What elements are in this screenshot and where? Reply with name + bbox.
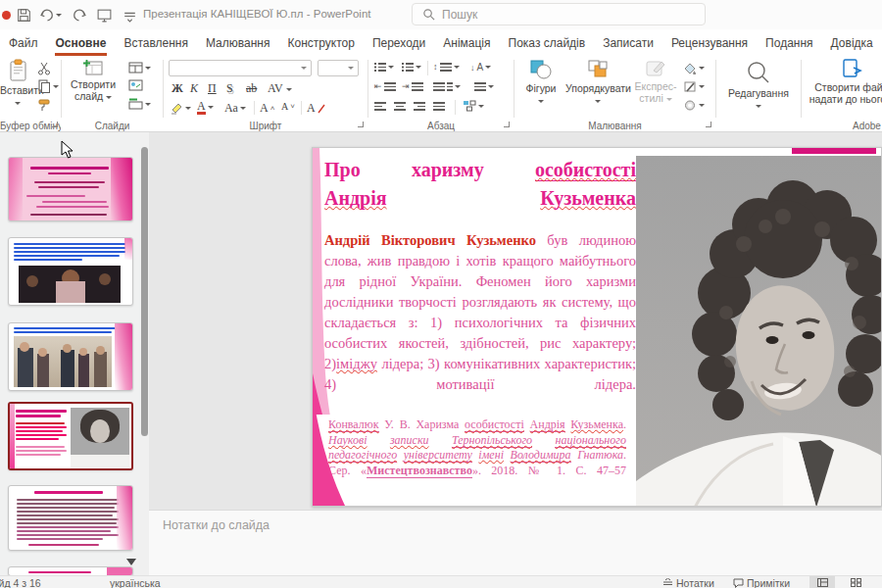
tab-insert[interactable]: Вставлення xyxy=(115,29,197,56)
text-direction-button[interactable] xyxy=(474,81,494,91)
layout-caret xyxy=(145,67,151,70)
slide-layout-button[interactable] xyxy=(128,62,151,74)
section-button[interactable] xyxy=(128,98,151,110)
drawing-dialog-launcher-icon[interactable] xyxy=(706,122,713,129)
numbering-button[interactable] xyxy=(402,62,421,72)
tab-record[interactable]: Записати xyxy=(594,29,662,56)
slide-citation[interactable]: Конвалюк У. В. Харизма особистості Андрі… xyxy=(315,415,632,507)
shapes-caret xyxy=(538,100,544,103)
shapes-button[interactable]: Фігури xyxy=(518,59,564,106)
bold-button[interactable]: Ж xyxy=(172,81,183,96)
italic-button[interactable]: К xyxy=(190,81,198,96)
grow-font-button[interactable]: А˄ xyxy=(260,101,274,116)
tab-draw[interactable]: Малювання xyxy=(197,29,278,56)
tab-review[interactable]: Рецензування xyxy=(662,29,757,56)
tab-animations[interactable]: Анімація xyxy=(434,29,499,56)
arrange-label: Упорядкувати xyxy=(565,82,630,94)
change-case-button[interactable]: Аа xyxy=(224,101,246,116)
line-spacing-button[interactable]: ↕ xyxy=(433,62,460,72)
tab-view[interactable]: Подання xyxy=(757,29,821,56)
convert-smartart-button[interactable] xyxy=(463,100,484,112)
copy-button[interactable] xyxy=(37,79,59,93)
paragraph-dialog-launcher-icon[interactable] xyxy=(504,122,512,129)
start-slideshow-button[interactable] xyxy=(96,7,113,24)
slide-thumbnail-2[interactable] xyxy=(8,237,133,306)
numbering-caret xyxy=(416,66,421,69)
columns-button[interactable] xyxy=(433,81,461,91)
quick-styles-label-2: стилі xyxy=(639,92,662,104)
tab-transitions[interactable]: Переходи xyxy=(364,29,434,56)
slide-thumbnail-1[interactable] xyxy=(8,157,133,221)
scroll-down-arrow-icon[interactable] xyxy=(126,559,136,565)
tab-design[interactable]: Конструктор xyxy=(278,29,363,56)
shape-fill-button[interactable] xyxy=(683,62,705,74)
new-slide-icon xyxy=(82,59,104,76)
group-drawing: Фігури Упорядкувати Експрес- стилі xyxy=(514,56,715,132)
underline-button[interactable]: П xyxy=(208,81,217,96)
slide-thumbnail-3[interactable] xyxy=(8,322,133,391)
clear-formatting-button[interactable]: А xyxy=(307,101,325,116)
font-size-combo[interactable] xyxy=(318,60,359,76)
save-button[interactable] xyxy=(16,7,32,24)
paste-button[interactable]: Вставити xyxy=(0,59,35,108)
thumbnail-scrollbar-thumb[interactable] xyxy=(141,147,148,436)
portrait-photo[interactable] xyxy=(636,156,882,507)
shrink-font-button[interactable]: А˅ xyxy=(281,101,295,112)
find-icon xyxy=(746,60,771,85)
tab-slideshow[interactable]: Показ слайдів xyxy=(500,29,595,56)
slide-thumbnail-5[interactable] xyxy=(8,485,133,551)
slide-thumbnail-4-selected[interactable] xyxy=(8,402,133,470)
tab-file[interactable]: Файл xyxy=(0,29,47,56)
redo-button[interactable] xyxy=(71,7,87,24)
bullets-button[interactable] xyxy=(374,62,394,72)
language-indicator[interactable]: українська xyxy=(110,576,161,588)
layout-icon xyxy=(128,62,143,74)
current-slide[interactable]: Про харизму особистості Андрія Кузьменка… xyxy=(312,147,882,507)
format-painter-button[interactable] xyxy=(37,98,51,112)
align-center-button[interactable] xyxy=(394,101,406,111)
reset-slide-button[interactable] xyxy=(128,79,143,91)
font-color-glyph: А xyxy=(197,100,206,115)
create-pdf-button[interactable]: Створити файл надати до нього с xyxy=(808,58,882,105)
slide-sorter-view-button[interactable] xyxy=(843,576,868,588)
quick-styles-button[interactable]: Експрес- стилі xyxy=(632,59,679,104)
font-name-combo[interactable] xyxy=(169,60,312,76)
cut-button[interactable] xyxy=(37,62,51,75)
group-slides: Створити слайд Слайди xyxy=(62,56,163,132)
decrease-indent-button[interactable]: ⇤ xyxy=(374,81,396,91)
text-shadow-button[interactable]: S xyxy=(226,81,233,96)
notes-pane[interactable]: Нотатки до слайда xyxy=(149,510,882,575)
new-slide-button[interactable]: Створити слайд xyxy=(64,59,122,102)
slide-body-text[interactable]: Андрій Вікторович Кузьменко був людиною … xyxy=(324,230,636,395)
shape-outline-button[interactable] xyxy=(683,80,705,93)
editing-button[interactable]: Редагування xyxy=(724,60,793,111)
text-highlight-button[interactable] xyxy=(170,102,191,115)
increase-indent-button[interactable]: ⇥ xyxy=(402,81,423,91)
clipboard-dialog-launcher-icon[interactable] xyxy=(52,122,60,129)
slide-thumbnail-panel xyxy=(0,132,140,576)
arrange-button[interactable]: Упорядкувати xyxy=(565,59,630,106)
notes-toggle-button[interactable]: Нотатки xyxy=(662,576,714,588)
shape-outline-caret xyxy=(699,85,705,88)
shape-effects-button[interactable] xyxy=(683,99,705,112)
tab-help[interactable]: Довідка xyxy=(822,29,882,56)
align-right-button[interactable] xyxy=(414,101,425,111)
sort-button[interactable]: ↓А xyxy=(470,62,491,73)
normal-view-button[interactable] xyxy=(809,576,835,588)
mouse-cursor xyxy=(61,140,76,160)
character-spacing-button[interactable]: AV xyxy=(268,81,292,96)
align-left-button[interactable] xyxy=(374,101,386,111)
slide-number-indicator[interactable]: Слайд 4 з 16 xyxy=(0,576,41,588)
font-dialog-launcher-icon[interactable] xyxy=(358,122,366,129)
undo-button[interactable] xyxy=(39,7,62,24)
font-color-button[interactable]: А xyxy=(197,100,214,115)
comments-toggle-button[interactable]: Примітки xyxy=(733,576,790,588)
group-font: Ж К П S ab AV А Аа А˄ А˅ xyxy=(164,56,368,132)
customize-quick-access-button[interactable] xyxy=(122,7,138,24)
justify-button[interactable] xyxy=(433,101,445,111)
undo-icon xyxy=(39,7,56,24)
tab-home[interactable]: Основне xyxy=(47,29,116,56)
search-box[interactable]: Пошук xyxy=(412,3,706,25)
slide-title[interactable]: Про харизму особистості Андрія Кузьменка xyxy=(324,156,636,213)
strikethrough-button[interactable]: ab xyxy=(246,81,257,96)
